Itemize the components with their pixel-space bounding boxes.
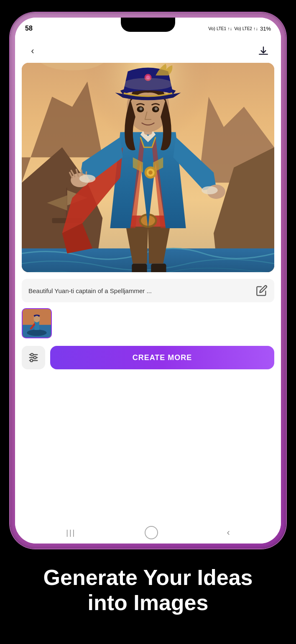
status-time: 58 [25,25,33,32]
status-bar: 58 Vo) LTE1 ↑↓ Vo) LTE2 ↑↓ 31% [15,18,281,39]
svg-point-47 [30,359,33,362]
main-content: Beautiful Yuan-ti captain of a Spelljamm… [15,63,281,522]
battery-indicator: 31% [260,26,271,32]
back-button[interactable]: ‹ [25,44,40,59]
edit-icon[interactable] [256,285,268,296]
svg-point-26 [79,175,96,183]
back-chevron-icon: ‹ [31,46,34,57]
sliders-icon [28,352,39,363]
tagline-line2: into Images [43,590,253,616]
phone-shell: 58 Vo) LTE1 ↑↓ Vo) LTE2 ↑↓ 31% ‹ [10,13,286,549]
download-icon [258,46,269,57]
pirate-artwork [22,63,274,272]
bottom-actions: CREATE MORE [22,346,274,369]
svg-point-45 [31,353,33,356]
svg-point-32 [139,107,142,110]
prompt-text: Beautiful Yuan-ti captain of a Spelljamm… [28,287,253,294]
svg-point-33 [155,107,158,110]
generated-image [22,63,274,272]
home-back: ‹ [227,527,230,538]
svg-point-27 [202,186,218,194]
svg-rect-16 [151,264,166,272]
create-more-button[interactable]: CREATE MORE [50,346,274,369]
signal-icon-2: Vo) LTE2 ↑↓ [234,26,258,31]
svg-point-23 [148,170,153,175]
svg-point-46 [34,356,36,359]
download-button[interactable] [256,44,271,59]
thumbnail-item[interactable] [22,308,52,338]
home-indicator: ||| ‹ [15,522,281,544]
notch [121,18,175,32]
bottom-text: Generate Your Ideas into Images [31,565,265,632]
phone-inner: 58 Vo) LTE1 ↑↓ Vo) LTE2 ↑↓ 31% ‹ [15,18,281,544]
home-circle [145,526,158,539]
signal-icon: Vo) LTE1 ↑↓ [208,26,232,31]
create-more-label: CREATE MORE [133,353,192,362]
home-bars: ||| [66,528,76,537]
thumbnail-img [23,309,51,337]
svg-point-39 [27,330,46,336]
generated-image-container [22,63,274,272]
svg-rect-14 [132,264,147,272]
svg-point-36 [123,78,174,90]
settings-button[interactable] [22,346,45,369]
status-icons: Vo) LTE1 ↑↓ Vo) LTE2 ↑↓ 31% [208,26,271,32]
tagline-line1: Generate Your Ideas [43,565,253,590]
nav-bar: ‹ [15,39,281,63]
thumbnail-row [22,308,274,338]
prompt-bar: Beautiful Yuan-ti captain of a Spelljamm… [22,279,274,302]
